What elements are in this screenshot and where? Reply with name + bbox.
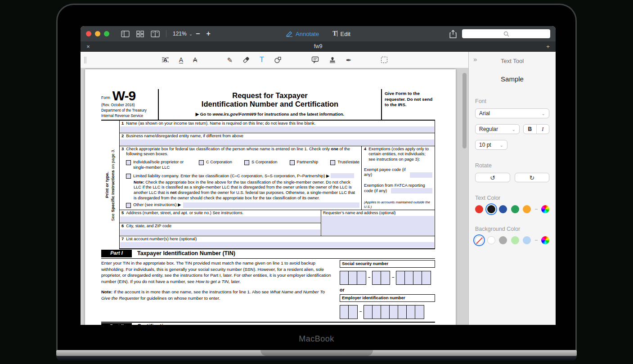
zoom-out-button[interactable]: −: [193, 30, 203, 38]
bg-color-light-green[interactable]: [511, 236, 519, 244]
ein-digit[interactable]: [415, 306, 424, 319]
exempt-payee-field[interactable]: [410, 172, 432, 178]
checkbox-partnership[interactable]: [290, 160, 295, 165]
italic-button[interactable]: I: [537, 125, 549, 134]
ssn-digit[interactable]: [381, 271, 390, 284]
fatca-code-field[interactable]: [391, 188, 432, 193]
ein-digit[interactable]: [381, 306, 390, 319]
minimize-window-button[interactable]: [95, 31, 100, 36]
strikethrough-tool-icon[interactable]: A: [193, 57, 197, 63]
search-input[interactable]: [462, 29, 550, 38]
text-color-orange[interactable]: [523, 205, 531, 213]
eraser-tool-icon[interactable]: [242, 56, 250, 63]
underline-tool-icon[interactable]: A: [179, 57, 183, 63]
font-size-select[interactable]: 10 pt ⌄: [475, 140, 507, 150]
collapse-sidebar-icon[interactable]: »: [473, 55, 477, 63]
ein-label: Employer identification number: [340, 294, 435, 302]
ssn-digit[interactable]: [396, 271, 405, 284]
sidebar-panel-icon[interactable]: [121, 31, 130, 37]
ein-digit[interactable]: [398, 306, 407, 319]
add-tab-icon[interactable]: +: [545, 43, 551, 50]
rotate-left-button[interactable]: ↺: [475, 173, 510, 182]
ssn-digit[interactable]: [373, 271, 381, 284]
ein-digit[interactable]: [340, 306, 349, 319]
checkbox-s-corporation[interactable]: [244, 160, 249, 165]
business-name-field[interactable]: [120, 139, 434, 145]
two-page-view-icon[interactable]: [151, 31, 160, 37]
comment-tool-icon[interactable]: [311, 56, 319, 63]
ein-digit[interactable]: [390, 306, 398, 319]
vertical-scrollbar[interactable]: [462, 73, 467, 148]
font-family-select[interactable]: Arial ⌄: [475, 108, 549, 118]
pencil-tool-icon[interactable]: ✎: [227, 57, 233, 63]
checkbox-other[interactable]: [126, 203, 131, 208]
text-color-blue[interactable]: [499, 205, 507, 213]
part1-title: Taxpayer Identification Number (TIN): [137, 250, 235, 257]
ssn-digit[interactable]: [405, 271, 413, 284]
ssn-digit[interactable]: [349, 271, 357, 284]
share-icon[interactable]: [449, 30, 457, 38]
requester-field[interactable]: [322, 216, 434, 235]
bg-color-wheel[interactable]: [541, 236, 549, 244]
signature-pen-tool-icon[interactable]: ✒: [346, 57, 352, 63]
document-viewport[interactable]: Form W-9 (Rev. October 2018) Department …: [81, 68, 468, 325]
text-tool-icon[interactable]: T: [260, 56, 264, 63]
toolbar-drag-handle[interactable]: [84, 57, 86, 63]
fatca-label-line1: Exemption from FATCA reporting: [364, 183, 432, 189]
rotate-right-button[interactable]: ↻: [515, 173, 550, 182]
side-instructions: Print or type. See Specific Instructions…: [101, 121, 119, 250]
llc-classification-field[interactable]: [331, 173, 354, 178]
document-tab-title[interactable]: fw9: [91, 43, 545, 49]
annotation-toolbar: A A A ✎ T ✒: [81, 52, 468, 68]
close-window-button[interactable]: [86, 31, 91, 36]
form-goto-line: ▶ Go to www.irs.gov/FormW9 for instructi…: [162, 112, 377, 117]
highlight-tool-icon[interactable]: A: [162, 56, 169, 63]
text-color-section-label: Text Color: [475, 195, 549, 201]
text-color-black-selected[interactable]: [487, 205, 495, 213]
ein-digit[interactable]: [364, 306, 373, 319]
sample-preview: Sample: [475, 75, 549, 83]
annotate-label: Annotate: [296, 31, 319, 37]
zoom-in-button[interactable]: +: [203, 30, 213, 38]
bg-color-light-blue[interactable]: [523, 236, 531, 244]
checkbox-individual-label: Individual/sole proprietor or single-mem…: [133, 160, 193, 170]
bold-button[interactable]: B: [524, 125, 537, 134]
document-tab-bar: × fw9 +: [81, 41, 556, 52]
text-color-wheel[interactable]: [541, 205, 549, 213]
text-color-red[interactable]: [475, 205, 483, 213]
bg-color-none-selected[interactable]: [475, 236, 483, 244]
window-titlebar: 121% ⌄ − + Annotate T Edit: [81, 26, 556, 41]
text-color-green[interactable]: [511, 205, 519, 213]
address-field[interactable]: [120, 216, 320, 222]
zoom-level-value[interactable]: 121%: [173, 31, 187, 37]
other-field[interactable]: [183, 202, 359, 208]
name-field[interactable]: [120, 126, 434, 132]
checkbox-trust-estate[interactable]: [330, 160, 335, 165]
ein-digit[interactable]: [407, 306, 415, 319]
city-state-zip-field[interactable]: [120, 229, 320, 235]
fatca-label-line2: code (if any): [364, 189, 387, 194]
selection-tool-icon[interactable]: [381, 57, 387, 63]
edit-mode-tab[interactable]: T Edit: [332, 30, 350, 37]
part2-header: Part II Certification: [101, 322, 435, 325]
ein-digit[interactable]: [373, 306, 381, 319]
ssn-digit[interactable]: [357, 271, 366, 284]
bg-color-white[interactable]: [487, 236, 495, 244]
font-style-select[interactable]: Regular ⌄: [475, 124, 520, 134]
checkbox-c-corporation[interactable]: [199, 160, 204, 165]
shape-tool-icon[interactable]: [274, 56, 282, 63]
macbook-hinge: [56, 350, 577, 356]
ssn-digit[interactable]: [340, 271, 349, 284]
ein-digit[interactable]: [349, 306, 357, 319]
ssn-digit[interactable]: [422, 271, 431, 284]
close-tab-icon[interactable]: ×: [85, 43, 91, 50]
zoom-window-button[interactable]: [104, 31, 109, 36]
checkbox-llc[interactable]: [126, 174, 131, 179]
stamp-tool-icon[interactable]: [329, 56, 336, 63]
ssn-digit[interactable]: [413, 271, 422, 284]
thumbnail-grid-icon[interactable]: [136, 31, 144, 37]
checkbox-individual[interactable]: [126, 160, 131, 165]
bg-color-gray[interactable]: [499, 236, 507, 244]
annotate-mode-tab[interactable]: Annotate: [286, 31, 319, 37]
account-numbers-field[interactable]: [120, 242, 434, 248]
